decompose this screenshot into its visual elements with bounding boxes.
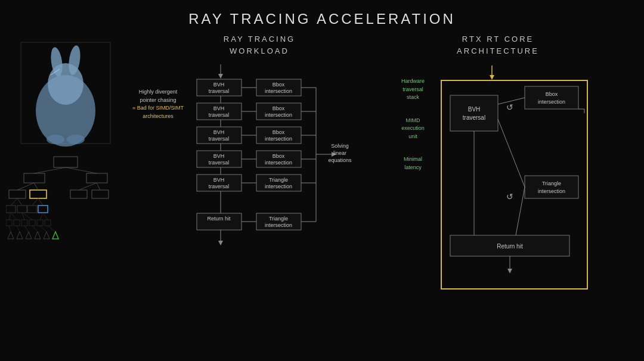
svg-line-20: [79, 183, 97, 190]
svg-line-28: [32, 198, 38, 206]
svg-line-38: [11, 213, 17, 220]
svg-marker-45: [26, 232, 32, 239]
svg-marker-46: [35, 232, 41, 239]
svg-line-52: [32, 226, 38, 232]
svg-rect-36: [45, 220, 51, 226]
svg-marker-48: [52, 232, 58, 239]
svg-marker-56: [218, 74, 223, 79]
svg-text:intersection: intersection: [265, 222, 292, 228]
svg-text:Bbox: Bbox: [273, 129, 285, 135]
svg-rect-13: [9, 190, 26, 198]
svg-text:Bbox: Bbox: [546, 91, 558, 97]
svg-line-19: [34, 183, 38, 190]
svg-text:Triangle: Triangle: [542, 181, 561, 186]
svg-text:BVH: BVH: [468, 106, 481, 113]
svg-text:Return hit: Return hit: [207, 216, 231, 222]
svg-text:Bbox: Bbox: [273, 82, 285, 88]
svg-rect-14: [30, 190, 47, 198]
svg-text:intersection: intersection: [265, 112, 292, 118]
hardware-label: Hardwaretraversalstack: [388, 77, 438, 102]
svg-line-40: [22, 213, 32, 220]
svg-point-6: [47, 135, 64, 144]
svg-text:Triangle: Triangle: [269, 216, 288, 222]
divergent-label: Highly divergent pointer chasing = Bad f…: [131, 64, 185, 120]
svg-rect-25: [38, 206, 48, 213]
svg-rect-35: [37, 220, 43, 226]
svg-rect-125: [525, 86, 578, 109]
svg-text:BVH: BVH: [213, 153, 225, 159]
left-section: [0, 33, 131, 359]
svg-line-27: [17, 198, 22, 206]
svg-rect-120: [450, 95, 498, 131]
svg-text:Triangle: Triangle: [269, 177, 288, 183]
svg-text:intersection: intersection: [265, 136, 292, 142]
bunny-illustration: [15, 39, 116, 155]
svg-line-12: [66, 167, 97, 173]
svg-rect-128: [525, 176, 578, 198]
svg-text:intersection: intersection: [265, 88, 292, 94]
svg-rect-9: [24, 173, 45, 183]
svg-text:Bbox: Bbox: [273, 153, 285, 159]
svg-text:traversal: traversal: [209, 160, 230, 166]
svg-marker-118: [490, 75, 494, 80]
svg-text:traversal: traversal: [209, 88, 230, 94]
svg-rect-33: [21, 220, 27, 226]
svg-text:BVH: BVH: [213, 177, 225, 183]
svg-line-37: [9, 213, 11, 220]
svg-rect-15: [70, 190, 87, 198]
rtx-core-diagram: BVH traversal ↺ ↺ Bbox intersection Tria…: [438, 66, 593, 316]
bvh-tree-diagram: [6, 155, 125, 260]
svg-line-26: [11, 198, 17, 206]
svg-marker-44: [17, 232, 23, 239]
page-title: RAY TRACING ACCELERATION: [0, 0, 644, 33]
svg-line-42: [43, 213, 48, 220]
svg-rect-24: [27, 206, 37, 213]
svg-marker-104: [218, 241, 223, 245]
svg-text:↺: ↺: [506, 102, 513, 112]
svg-rect-17: [30, 190, 47, 198]
svg-text:traversal: traversal: [209, 183, 230, 189]
svg-text:Bbox: Bbox: [273, 105, 285, 111]
svg-marker-140: [507, 269, 512, 273]
svg-rect-8: [54, 157, 78, 167]
svg-line-18: [17, 183, 34, 190]
svg-rect-34: [29, 220, 35, 226]
svg-rect-10: [86, 173, 107, 183]
svg-text:traversal: traversal: [463, 114, 485, 121]
svg-text:BVH: BVH: [213, 129, 225, 135]
rtx-title: RTX RT CORE ARCHITECTURE: [457, 33, 539, 57]
svg-text:traversal: traversal: [209, 112, 230, 118]
svg-marker-47: [44, 232, 49, 239]
svg-line-53: [40, 226, 47, 232]
svg-line-29: [38, 198, 43, 206]
svg-line-132: [498, 119, 525, 187]
svg-text:↺: ↺: [506, 192, 513, 201]
svg-text:linear: linear: [333, 150, 346, 156]
highlight-text: = Bad for SIMD/SIMT architectures: [132, 105, 184, 119]
svg-line-49: [9, 226, 11, 232]
svg-text:intersection: intersection: [265, 160, 292, 166]
svg-line-21: [97, 183, 100, 190]
svg-text:intersection: intersection: [538, 99, 565, 105]
svg-line-41: [40, 213, 43, 220]
svg-rect-31: [6, 220, 12, 226]
svg-line-51: [24, 226, 29, 232]
svg-text:intersection: intersection: [265, 183, 292, 189]
svg-marker-43: [8, 232, 14, 239]
workload-title: RAY TRACING WORKLOAD: [224, 33, 295, 57]
right-section: RTX RT CORE ARCHITECTURE Hardwaretravers…: [388, 33, 608, 359]
svg-line-137: [516, 187, 525, 235]
svg-text:intersection: intersection: [538, 188, 565, 194]
latency-label: Minimallatency: [388, 155, 438, 172]
svg-text:equations: equations: [328, 157, 352, 163]
svg-text:Solving: Solving: [331, 143, 349, 149]
mimd-label: MIMDexecutionunit: [388, 117, 438, 141]
rtx-labels: Hardwaretraversalstack MIMDexecutionunit…: [388, 66, 438, 172]
svg-text:traversal: traversal: [209, 136, 230, 142]
svg-rect-30: [38, 206, 48, 213]
svg-text:BVH: BVH: [213, 105, 225, 111]
svg-rect-32: [14, 220, 20, 226]
svg-line-11: [34, 167, 66, 173]
svg-line-50: [17, 226, 20, 232]
workload-flowchart: BVH traversal Bbox intersection BVH trav…: [185, 64, 358, 338]
